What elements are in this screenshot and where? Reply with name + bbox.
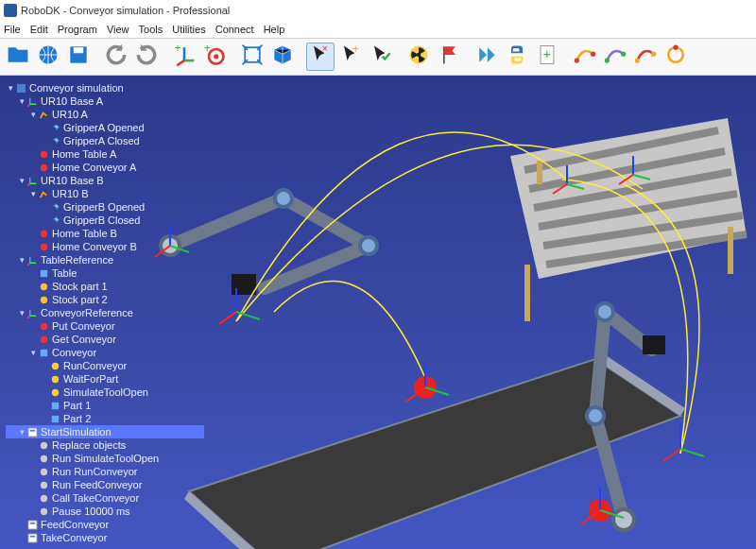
tree-item[interactable]: ▾UR10 A — [6, 108, 204, 121]
station-tree[interactable]: ▾Conveyor simulation▾UR10 Base A▾UR10 AG… — [6, 81, 204, 544]
svg-line-87 — [27, 316, 30, 318]
tree-item-label: Home Conveyor B — [52, 240, 137, 253]
pointer-check-button[interactable] — [367, 43, 395, 71]
tree-item[interactable]: SimulateToolOpen — [6, 386, 204, 399]
tree-item[interactable]: Home Conveyor B — [6, 240, 204, 253]
object-icon — [49, 400, 60, 411]
tree-item[interactable]: Pause 10000 ms — [6, 505, 204, 518]
tree-item[interactable]: Part 1 — [6, 399, 204, 412]
flag-button[interactable] — [435, 43, 463, 71]
nuclear-icon — [406, 43, 431, 71]
doc-plus-button[interactable]: + — [533, 43, 561, 71]
tree-item[interactable]: RunConveyor — [6, 359, 204, 372]
menu-connect[interactable]: Connect — [215, 24, 254, 35]
tool-icon — [49, 135, 60, 146]
tree-item[interactable]: GripperA Closed — [6, 134, 204, 147]
path4-button[interactable] — [662, 43, 690, 71]
add-target-icon: + — [202, 43, 227, 71]
open-file-button[interactable] — [4, 43, 32, 71]
tree-item[interactable]: ▾Conveyor — [6, 346, 204, 359]
tree-item[interactable]: Replace objects — [6, 438, 204, 452]
expand-icon[interactable]: ▾ — [17, 253, 26, 266]
expand-icon[interactable]: ▾ — [6, 81, 15, 94]
toolbar: ++×++ — [0, 38, 756, 76]
save-button[interactable] — [64, 43, 93, 71]
tree-item[interactable]: GripperB Opened — [6, 200, 204, 214]
tree-item[interactable]: Part 2 — [6, 412, 204, 425]
tree-item[interactable]: Table — [6, 266, 204, 280]
table — [510, 118, 747, 321]
tree-item[interactable]: Stock part 1 — [6, 280, 204, 293]
cube-button[interactable] — [268, 43, 297, 71]
path1-button[interactable] — [571, 43, 599, 71]
python-button[interactable] — [503, 43, 531, 71]
expand-icon[interactable]: ▾ — [17, 174, 26, 187]
menu-tools[interactable]: Tools — [139, 24, 163, 35]
add-target-button[interactable]: + — [200, 43, 229, 71]
tree-item[interactable]: Put Conveyor — [6, 319, 204, 333]
frame-icon — [26, 175, 38, 186]
add-ref-icon: + — [172, 43, 197, 71]
tree-item[interactable]: ▾UR10 B — [6, 187, 204, 200]
add-ref-button[interactable]: + — [170, 43, 198, 71]
svg-point-103 — [40, 507, 46, 514]
world-button[interactable] — [34, 43, 62, 71]
pointer-add-button[interactable]: + — [336, 43, 365, 71]
tree-item[interactable]: Run SimulateToolOpen — [6, 452, 204, 465]
redo-button[interactable] — [132, 43, 161, 71]
expand-icon[interactable]: ▾ — [28, 108, 38, 121]
expand-icon[interactable]: ▾ — [17, 306, 26, 319]
path4-icon — [663, 43, 688, 71]
expand-icon[interactable]: ▾ — [17, 94, 26, 108]
tree-item[interactable]: Get Conveyor — [6, 333, 204, 346]
tree-item[interactable]: GripperA Opened — [6, 121, 204, 134]
path3-button[interactable] — [631, 43, 660, 71]
viewport-3d[interactable]: ▾Conveyor simulation▾UR10 Base A▾UR10 AG… — [0, 76, 756, 549]
tree-item[interactable]: Home Table B — [6, 227, 204, 240]
tree-item[interactable]: Run FeedConveyor — [6, 478, 204, 491]
path2-button[interactable] — [601, 43, 629, 71]
inst-icon — [38, 492, 49, 504]
tree-item[interactable]: ▾Conveyor simulation — [6, 81, 204, 94]
menu-file[interactable]: File — [4, 24, 21, 35]
expand-icon[interactable]: ▾ — [28, 187, 38, 200]
menu-view[interactable]: View — [107, 24, 129, 35]
tree-item[interactable]: Run RunConveyor — [6, 465, 204, 478]
tree-item[interactable]: ▾TableReference — [6, 253, 204, 266]
fit-button[interactable] — [238, 43, 266, 71]
svg-point-93 — [51, 388, 58, 395]
expand-icon[interactable]: ▾ — [17, 425, 26, 438]
pointer-button[interactable]: × — [306, 43, 335, 71]
tool-icon — [49, 201, 60, 213]
tree-item[interactable]: FeedConveyor — [6, 518, 204, 531]
tree-item[interactable]: ▾UR10 Base B — [6, 174, 204, 187]
tree-item[interactable]: ▾ConveyorReference — [6, 306, 204, 319]
tree-item[interactable]: Stock part 2 — [6, 293, 204, 306]
target-r-icon — [38, 162, 49, 173]
tree-item[interactable]: GripperB Closed — [6, 214, 204, 227]
tree-item-label: Home Table A — [52, 147, 116, 161]
tree-item[interactable]: TakeConveyor — [6, 531, 204, 544]
play-button[interactable] — [472, 43, 501, 71]
tree-item[interactable]: Home Conveyor A — [6, 161, 204, 174]
tree-item-label: UR10 A — [52, 108, 88, 121]
target-r-icon — [38, 241, 49, 252]
expand-icon[interactable]: ▾ — [28, 346, 38, 359]
undo-icon — [104, 43, 129, 71]
svg-text:+: + — [543, 46, 551, 61]
menu-program[interactable]: Program — [58, 24, 97, 35]
undo-button[interactable] — [102, 43, 130, 71]
menu-help[interactable]: Help — [264, 24, 285, 35]
tree-item[interactable]: ▾StartSimulation — [6, 425, 204, 438]
svg-rect-38 — [537, 161, 542, 184]
tree-item[interactable]: WaitForPart — [6, 372, 204, 386]
nuclear-button[interactable] — [404, 43, 433, 71]
tree-item[interactable]: ▾UR10 Base A — [6, 94, 204, 108]
svg-point-14 — [417, 53, 421, 57]
target-r-icon — [38, 334, 49, 345]
menu-utilities[interactable]: Utilities — [172, 24, 205, 35]
menu-edit[interactable]: Edit — [30, 24, 48, 35]
tree-item[interactable]: Call TakeConveyor — [6, 491, 204, 505]
tree-item[interactable]: Home Table A — [6, 147, 204, 161]
tree-item-label: Stock part 2 — [52, 293, 108, 306]
